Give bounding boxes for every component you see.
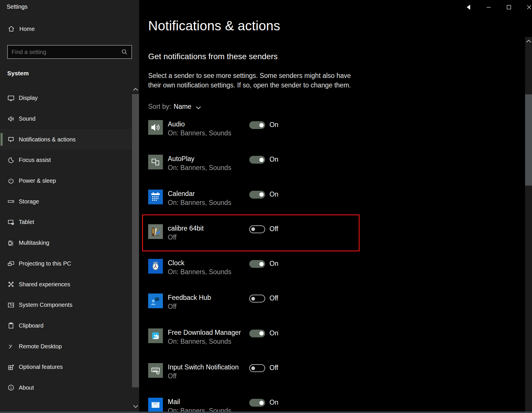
- toggle-state-label: On: [269, 399, 278, 406]
- sidebar-item-display[interactable]: Display: [0, 88, 132, 109]
- back-icon[interactable]: [460, 2, 477, 13]
- sender-list: Audio On: Banners, Sounds On AutoPlay On…: [148, 120, 333, 413]
- sender-name: Calendar: [168, 190, 195, 198]
- sidebar-item-clipboard[interactable]: Clipboard: [0, 315, 132, 336]
- sender-name: AutoPlay: [168, 155, 194, 163]
- toggle-state-label: On: [269, 260, 278, 268]
- highlight-annotation-box: [142, 214, 360, 251]
- sender-row-audio[interactable]: Audio On: Banners, Sounds On: [148, 120, 333, 155]
- sender-subtitle: On: Banners, Sounds: [168, 164, 231, 172]
- sender-toggle[interactable]: [249, 330, 265, 337]
- sidebar-item-optional-features[interactable]: Optional features: [0, 357, 132, 378]
- projecting-icon: [7, 260, 15, 267]
- sidebar-item-remote-desktop[interactable]: Remote Desktop: [0, 336, 132, 357]
- toggle-knob: [251, 366, 255, 370]
- power-icon: [7, 177, 15, 185]
- toggle-knob: [259, 158, 264, 162]
- sender-subtitle: On: Banners, Sounds: [168, 268, 231, 276]
- main-scrollbar-thumb[interactable]: [525, 94, 532, 186]
- notifications-icon: [7, 136, 15, 143]
- sidebar-item-label: System Components: [19, 302, 72, 308]
- input-switch-app-icon: [148, 363, 163, 378]
- sidebar-item-projecting[interactable]: Projecting to this PC: [0, 253, 132, 274]
- search-box: [7, 45, 132, 59]
- sidebar-item-label: Projecting to this PC: [19, 260, 71, 267]
- sender-row-mail[interactable]: Mail On: Banners, Sounds On: [148, 398, 333, 413]
- sidebar-item-label: Power & sleep: [19, 177, 56, 184]
- clock-app-icon: [148, 259, 163, 274]
- maximize-button[interactable]: [500, 2, 518, 13]
- sender-toggle[interactable]: [249, 295, 265, 302]
- sender-name: Input Switch Notification: [168, 363, 239, 371]
- toggle-state-label: On: [269, 121, 278, 129]
- search-icon[interactable]: [121, 48, 128, 55]
- sender-row-autoplay[interactable]: AutoPlay On: Banners, Sounds On: [148, 155, 333, 189]
- toggle-state-label: On: [269, 190, 278, 198]
- sidebar-item-shared-experiences[interactable]: Shared experiences: [0, 274, 132, 295]
- sidebar-item-label: Shared experiences: [19, 281, 70, 288]
- mail-app-icon: [148, 398, 163, 412]
- settings-window: Settings Home System: [0, 0, 532, 413]
- main-scroll-up-icon[interactable]: [526, 39, 531, 43]
- sort-by-label: Sort by:: [148, 103, 171, 111]
- sidebar-item-storage[interactable]: Storage: [0, 191, 132, 212]
- sidebar-item-sound[interactable]: Sound: [0, 109, 132, 129]
- sender-toggle[interactable]: [249, 399, 265, 407]
- sender-subtitle: On: Banners, Sounds: [168, 199, 231, 207]
- sender-row-free-download-manager[interactable]: Free Download Manager On: Banners, Sound…: [148, 328, 333, 363]
- sidebar-scroll-up-icon[interactable]: [133, 87, 138, 91]
- autoplay-app-icon: [148, 155, 163, 169]
- focus-assist-icon: [7, 156, 15, 164]
- sender-subtitle: On: Banners, Sounds: [168, 129, 231, 137]
- sidebar-item-tablet[interactable]: Tablet: [0, 212, 132, 233]
- sender-name: Free Download Manager: [168, 329, 241, 337]
- window-controls: [460, 2, 532, 13]
- sidebar-item-label: Notifications & actions: [19, 136, 76, 143]
- minimize-button[interactable]: [480, 2, 497, 13]
- toggle-state-label: Off: [269, 364, 278, 372]
- sidebar-scroll-down-icon[interactable]: [133, 405, 138, 408]
- sender-name: Mail: [168, 398, 180, 406]
- sidebar-item-focus-assist[interactable]: Focus assist: [0, 150, 132, 171]
- sidebar-item-label: Remote Desktop: [19, 343, 62, 350]
- sender-name: Feedback Hub: [168, 294, 211, 302]
- main-scrollbar-track[interactable]: [525, 37, 532, 412]
- multitasking-icon: [7, 239, 15, 247]
- sidebar-item-label: Tablet: [19, 219, 34, 225]
- description-line: their own notification settings. If so, …: [148, 81, 351, 90]
- search-input[interactable]: [8, 49, 121, 55]
- sender-toggle[interactable]: [249, 364, 265, 372]
- sender-toggle[interactable]: [249, 121, 265, 129]
- sidebar-item-power-sleep[interactable]: Power & sleep: [0, 171, 132, 191]
- description-line: Select a sender to see more settings. So…: [148, 71, 351, 81]
- toggle-state-label: Off: [269, 294, 278, 302]
- sidebar-scrollbar-thumb[interactable]: [132, 94, 139, 387]
- sidebar-item-about[interactable]: About: [0, 378, 132, 398]
- system-components-icon: [7, 301, 15, 309]
- remote-desktop-icon: [7, 343, 15, 350]
- sidebar-item-label: Optional features: [19, 364, 63, 370]
- sort-by-control[interactable]: Sort by: Name: [148, 102, 201, 111]
- sender-toggle[interactable]: [249, 260, 265, 268]
- storage-icon: [7, 198, 15, 205]
- sidebar-item-home[interactable]: Home: [0, 23, 132, 35]
- sender-toggle[interactable]: [249, 156, 265, 164]
- free-download-manager-app-icon: [148, 328, 163, 343]
- close-button[interactable]: [520, 2, 532, 13]
- feedback-hub-app-icon: [148, 294, 163, 308]
- sender-row-clock[interactable]: Clock On: Banners, Sounds On: [148, 259, 333, 294]
- app-title: Settings: [7, 3, 27, 10]
- sender-row-input-switch[interactable]: Input Switch Notification Off Off: [148, 363, 333, 398]
- sidebar-item-system-components[interactable]: System Components: [0, 295, 132, 315]
- sound-icon: [7, 115, 15, 123]
- sender-name: Audio: [168, 120, 185, 128]
- sort-by-value: Name: [174, 103, 191, 111]
- sidebar-item-multitasking[interactable]: Multitasking: [0, 233, 132, 253]
- sender-toggle[interactable]: [249, 191, 265, 199]
- sender-row-feedback-hub[interactable]: Feedback Hub Off Off: [148, 294, 333, 328]
- optional-features-icon: [7, 363, 15, 371]
- sender-subtitle: Off: [168, 303, 176, 311]
- sender-name: Clock: [168, 259, 185, 267]
- main-content: Notifications & actions Get notification…: [139, 0, 532, 413]
- sidebar-item-notifications-actions[interactable]: Notifications & actions: [0, 129, 132, 150]
